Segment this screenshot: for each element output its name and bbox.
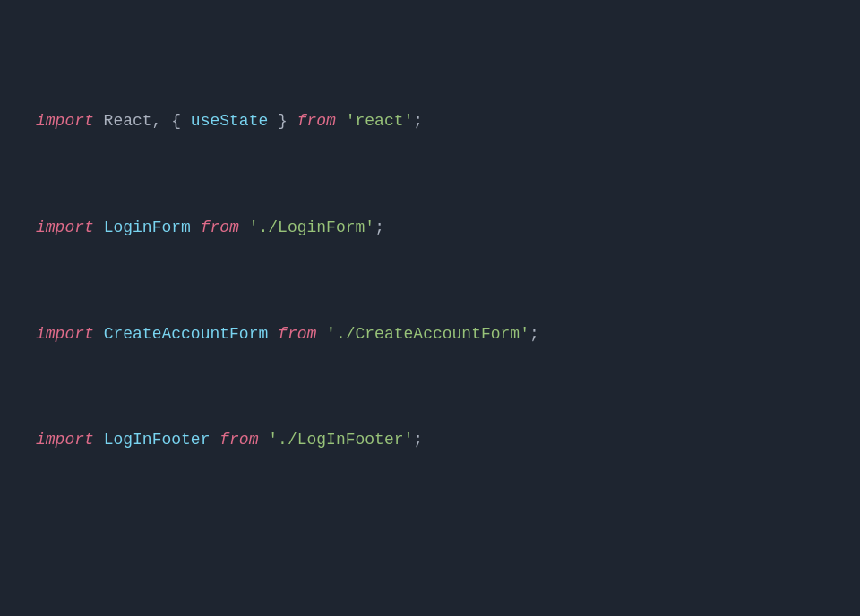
code-line-3: import CreateAccountForm from './CreateA…: [36, 321, 824, 348]
code-line-1: import React, { useState } from 'react';: [36, 108, 824, 135]
code-content: import React, { useState } from 'react';…: [36, 29, 824, 616]
code-line-2: import LoginForm from './LoginForm';: [36, 215, 824, 242]
code-editor: import React, { useState } from 'react';…: [0, 0, 860, 616]
code-line-5: [36, 534, 824, 560]
code-line-4: import LogInFooter from './LogInFooter';: [36, 427, 824, 454]
